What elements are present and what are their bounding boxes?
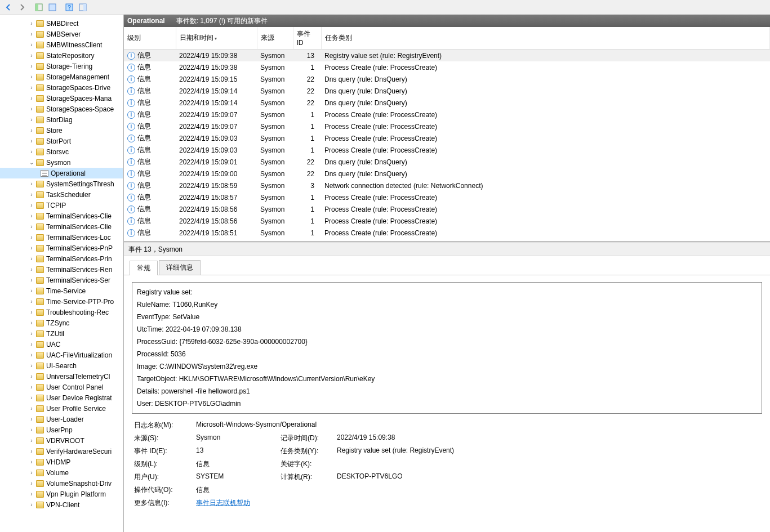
sidebar-tree[interactable]: ›SMBDirect›SMBServer›SMBWitnessClient›St…: [0, 15, 124, 532]
tab-general[interactable]: 常规: [130, 261, 158, 275]
col-date[interactable]: 日期和时间▾: [176, 27, 257, 50]
sidebar-item[interactable]: ›Vpn Plugin Platform: [0, 489, 123, 499]
table-row[interactable]: i信息2022/4/19 15:08:59Sysmon3Network conn…: [124, 180, 770, 191]
chevron-right-icon[interactable]: ›: [28, 223, 35, 230]
sidebar-item[interactable]: ›TaskScheduler: [0, 189, 123, 200]
sidebar-item[interactable]: ›Volume: [0, 467, 123, 478]
sidebar-item[interactable]: ›TerminalServices-Loc: [0, 232, 123, 243]
table-row[interactable]: i信息2022/4/19 15:09:03Sysmon1Process Crea…: [124, 132, 770, 144]
sidebar-item[interactable]: ›StorageSpaces-Space: [0, 104, 123, 114]
chevron-right-icon[interactable]: ›: [28, 341, 35, 347]
sidebar-item[interactable]: ›User Device Registrat: [0, 392, 123, 403]
sidebar-item[interactable]: ›VerifyHardwareSecuri: [0, 446, 123, 457]
sidebar-item[interactable]: ›SMBDirect: [0, 18, 123, 29]
chevron-right-icon[interactable]: ›: [28, 245, 35, 251]
sidebar-item[interactable]: ›StateRepository: [0, 50, 123, 61]
chevron-right-icon[interactable]: ›: [28, 298, 35, 305]
chevron-right-icon[interactable]: ›: [28, 191, 35, 198]
chevron-right-icon[interactable]: ›: [28, 52, 35, 59]
chevron-right-icon[interactable]: ›: [28, 459, 35, 465]
sidebar-item[interactable]: ›Troubleshooting-Rec: [0, 307, 123, 318]
event-detail-text[interactable]: Registry value set:RuleName: T1060,RunKe…: [132, 282, 762, 414]
chevron-right-icon[interactable]: ›: [28, 416, 35, 422]
sidebar-item[interactable]: ›UI-Search: [0, 360, 123, 371]
sidebar-item[interactable]: ›UAC-FileVirtualization: [0, 350, 123, 360]
sidebar-item[interactable]: ›UniversalTelemetryCl: [0, 371, 123, 382]
sidebar-item[interactable]: ›TerminalServices-Clie: [0, 221, 123, 232]
sidebar-item[interactable]: ›UserPnp: [0, 424, 123, 435]
sidebar-item[interactable]: Operational: [0, 168, 123, 178]
events-table[interactable]: 级别 日期和时间▾ 来源 事件 ID 任务类别 i信息2022/4/19 15:…: [124, 27, 770, 239]
sidebar-item[interactable]: ›User-Loader: [0, 414, 123, 424]
chevron-right-icon[interactable]: ›: [28, 149, 35, 155]
sidebar-item[interactable]: ›TerminalServices-Ren: [0, 264, 123, 275]
sidebar-item[interactable]: ›Time-Service-PTP-Pro: [0, 296, 123, 307]
table-row[interactable]: i信息2022/4/19 15:09:07Sysmon1Process Crea…: [124, 120, 770, 132]
table-row[interactable]: i信息2022/4/19 15:09:14Sysmon22Dns query (…: [124, 97, 770, 109]
chevron-right-icon[interactable]: ›: [28, 320, 35, 326]
col-event-id[interactable]: 事件 ID: [293, 27, 321, 50]
sidebar-item[interactable]: ›StorageManagement: [0, 71, 123, 82]
chevron-right-icon[interactable]: ›: [28, 127, 35, 133]
table-row[interactable]: i信息2022/4/19 15:08:56Sysmon1Process Crea…: [124, 215, 770, 227]
chevron-right-icon[interactable]: ›: [28, 84, 35, 91]
col-source[interactable]: 来源: [257, 27, 293, 50]
action-pane-icon[interactable]: [77, 1, 89, 14]
chevron-right-icon[interactable]: ›: [28, 202, 35, 208]
chevron-right-icon[interactable]: ›: [28, 470, 35, 476]
table-row[interactable]: i信息2022/4/19 15:08:57Sysmon1Process Crea…: [124, 191, 770, 203]
chevron-right-icon[interactable]: ›: [28, 138, 35, 144]
sidebar-item[interactable]: ›StorageSpaces-Drive: [0, 82, 123, 93]
chevron-right-icon[interactable]: ›: [28, 266, 35, 272]
sidebar-item[interactable]: ›SystemSettingsThresh: [0, 178, 123, 189]
sidebar-item[interactable]: ›UAC: [0, 339, 123, 350]
table-row[interactable]: i信息2022/4/19 15:08:51Sysmon1Process Crea…: [124, 227, 770, 239]
sidebar-item[interactable]: ›TZUtil: [0, 328, 123, 339]
chevron-right-icon[interactable]: ›: [28, 42, 35, 48]
sidebar-item[interactable]: ›Time-Service: [0, 285, 123, 296]
sidebar-item[interactable]: ›User Profile Service: [0, 403, 123, 414]
event-log-online-help-link[interactable]: 事件日志联机帮助: [196, 499, 250, 507]
sidebar-item[interactable]: ›TCPIP: [0, 200, 123, 211]
sidebar-item[interactable]: ›TZSync: [0, 318, 123, 328]
table-row[interactable]: i信息2022/4/19 15:09:14Sysmon22Dns query (…: [124, 85, 770, 97]
sidebar-item[interactable]: ›TerminalServices-Clie: [0, 211, 123, 221]
chevron-right-icon[interactable]: ›: [28, 95, 35, 101]
chevron-right-icon[interactable]: ›: [28, 373, 35, 379]
chevron-right-icon[interactable]: ›: [28, 213, 35, 219]
chevron-right-icon[interactable]: ›: [28, 395, 35, 401]
chevron-right-icon[interactable]: ›: [28, 288, 35, 294]
sidebar-item[interactable]: ›TerminalServices-Prin: [0, 253, 123, 264]
sidebar-item[interactable]: ›VDRVROOT: [0, 435, 123, 446]
properties-icon[interactable]: [46, 1, 59, 14]
chevron-right-icon[interactable]: ›: [28, 437, 35, 444]
chevron-right-icon[interactable]: ›: [28, 256, 35, 262]
table-row[interactable]: i信息2022/4/19 15:09:38Sysmon13Registry va…: [124, 50, 770, 62]
chevron-right-icon[interactable]: ›: [28, 502, 35, 508]
sidebar-item[interactable]: ›TerminalServices-Ser: [0, 275, 123, 285]
sidebar-item[interactable]: ›SMBServer: [0, 29, 123, 39]
chevron-right-icon[interactable]: ›: [28, 309, 35, 315]
chevron-right-icon[interactable]: ›: [28, 448, 35, 454]
chevron-right-icon[interactable]: ›: [28, 106, 35, 112]
chevron-right-icon[interactable]: ›: [28, 352, 35, 358]
sidebar-item[interactable]: ›StorDiag: [0, 114, 123, 125]
chevron-right-icon[interactable]: ›: [28, 74, 35, 80]
chevron-right-icon[interactable]: ›: [28, 363, 35, 369]
chevron-right-icon[interactable]: ›: [28, 384, 35, 390]
table-row[interactable]: i信息2022/4/19 15:08:56Sysmon1Process Crea…: [124, 203, 770, 215]
tab-details[interactable]: 详细信息: [159, 260, 201, 275]
chevron-right-icon[interactable]: ›: [28, 117, 35, 123]
sidebar-item[interactable]: ›Store: [0, 125, 123, 136]
chevron-right-icon[interactable]: ›: [28, 405, 35, 412]
sidebar-item[interactable]: ›VPN-Client: [0, 499, 123, 510]
chevron-right-icon[interactable]: ›: [28, 480, 35, 486]
forward-icon[interactable]: [16, 1, 28, 14]
sidebar-item[interactable]: ›StorageSpaces-Mana: [0, 93, 123, 104]
sidebar-item[interactable]: ›User Control Panel: [0, 382, 123, 392]
show-tree-icon[interactable]: [33, 1, 45, 14]
table-row[interactable]: i信息2022/4/19 15:09:15Sysmon22Dns query (…: [124, 73, 770, 85]
col-level[interactable]: 级别: [124, 27, 176, 50]
table-row[interactable]: i信息2022/4/19 15:09:38Sysmon1Process Crea…: [124, 61, 770, 73]
chevron-right-icon[interactable]: ›: [28, 330, 35, 337]
